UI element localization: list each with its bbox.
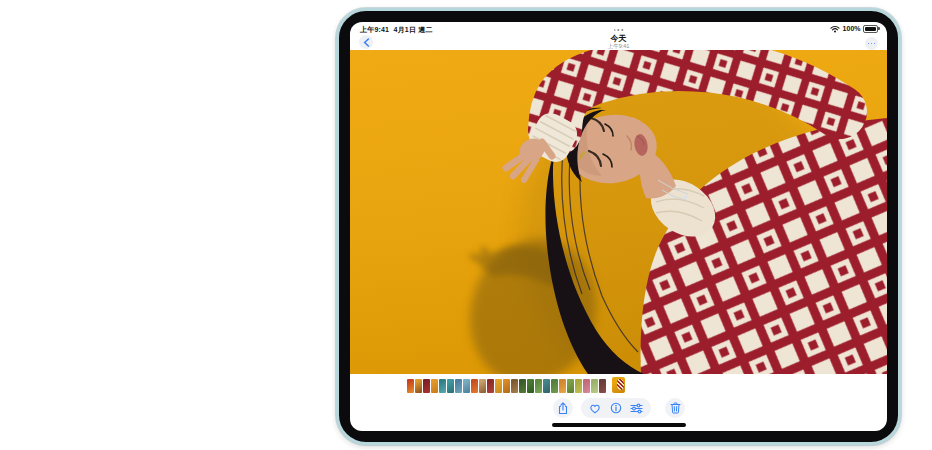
- thumbnail[interactable]: [471, 379, 478, 393]
- thumbnail[interactable]: [463, 379, 470, 393]
- share-icon: [557, 402, 569, 415]
- thumbnail[interactable]: [503, 379, 510, 393]
- thumbnail[interactable]: [551, 379, 558, 393]
- thumbnail-selected[interactable]: [612, 377, 625, 393]
- thumbnail[interactable]: [583, 379, 590, 393]
- thumbnail[interactable]: [455, 379, 462, 393]
- actions-pill: [581, 398, 651, 418]
- thumbnail[interactable]: [575, 379, 582, 393]
- more-button[interactable]: [865, 37, 878, 50]
- battery-percent: 100%: [843, 25, 861, 32]
- trash-icon: [670, 402, 681, 414]
- delete-button[interactable]: [665, 398, 685, 418]
- status-time: 上午9:41: [360, 26, 389, 33]
- thumbnail[interactable]: [423, 379, 430, 393]
- screen: 上午9:41 4月1日 週二 100% 今: [350, 22, 887, 431]
- thumbnail-filmstrip: [407, 377, 625, 393]
- thumbnail[interactable]: [415, 379, 422, 393]
- home-indicator[interactable]: [552, 423, 686, 427]
- thumbnail[interactable]: [487, 379, 494, 393]
- thumbnail[interactable]: [543, 379, 550, 393]
- favorite-button[interactable]: [589, 403, 601, 414]
- page: { "colors": { "accent": "#3a82f7", "fram…: [0, 0, 932, 450]
- thumbnail[interactable]: [431, 379, 438, 393]
- thumbnail[interactable]: [511, 379, 518, 393]
- heart-icon: [589, 403, 601, 414]
- ellipsis-icon: [868, 43, 876, 45]
- bottom-toolbar: [350, 398, 887, 420]
- share-button[interactable]: [553, 398, 573, 418]
- thumbnail[interactable]: [599, 379, 606, 393]
- thumbnail[interactable]: [535, 379, 542, 393]
- thumbnail[interactable]: [439, 379, 446, 393]
- wifi-icon: [830, 25, 840, 33]
- thumbnail[interactable]: [479, 379, 486, 393]
- ipad-device: 上午9:41 4月1日 週二 100% 今: [336, 8, 901, 445]
- thumbnail[interactable]: [447, 379, 454, 393]
- status-date: 4月1日 週二: [394, 26, 433, 33]
- sliders-icon: [630, 403, 643, 414]
- info-button[interactable]: [610, 402, 622, 414]
- multitasking-dots-icon[interactable]: [614, 29, 623, 31]
- photo[interactable]: [350, 50, 887, 374]
- thumbnail-strip: [407, 379, 606, 393]
- thumbnail[interactable]: [527, 379, 534, 393]
- thumbnail[interactable]: [519, 379, 526, 393]
- battery-icon: [863, 25, 878, 34]
- thumbnail[interactable]: [567, 379, 574, 393]
- nav-bar: 今天 上午9:41: [350, 34, 887, 50]
- thumbnail[interactable]: [559, 379, 566, 393]
- nav-title-block: 今天 上午9:41: [350, 34, 887, 49]
- info-icon: [610, 402, 622, 414]
- adjust-button[interactable]: [630, 403, 643, 414]
- page-title: 今天: [350, 34, 887, 43]
- thumbnail[interactable]: [591, 379, 598, 393]
- photo-timestamp: 上午9:41: [350, 43, 887, 49]
- status-indicators: 100%: [830, 25, 878, 34]
- thumbnail[interactable]: [495, 379, 502, 393]
- thumbnail[interactable]: [407, 379, 414, 393]
